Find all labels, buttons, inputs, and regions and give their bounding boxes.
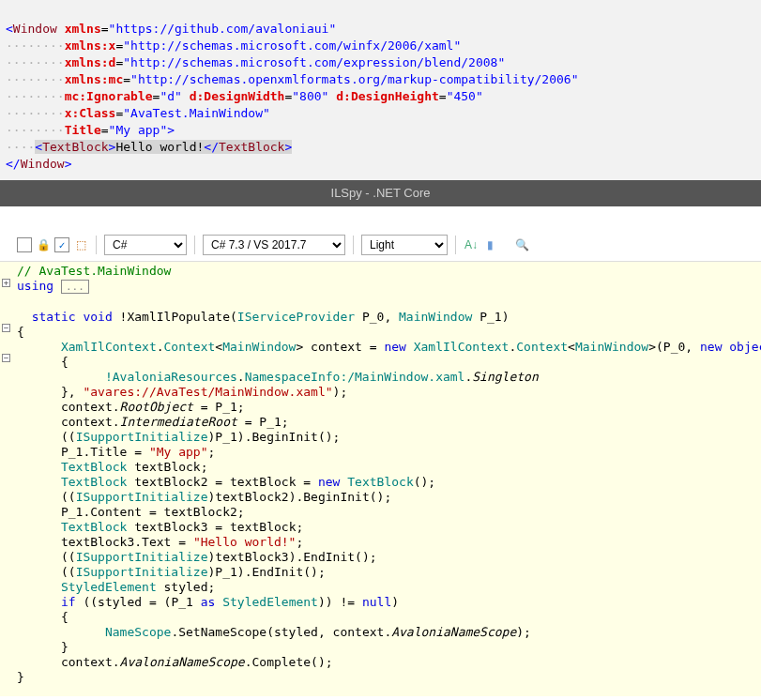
toolbar-checkbox-2[interactable]: ✓ — [54, 237, 69, 252]
attr-xmlns-mc: http://schemas.openxmlformats.org/markup… — [138, 72, 571, 86]
window-title: ILSpy - .NET Core — [331, 186, 431, 200]
attr-design-height: 450 — [453, 89, 475, 103]
method-name: !XamlIlPopulate — [120, 310, 230, 324]
lock-icon[interactable]: 🔒 — [36, 237, 51, 252]
sort-az-icon[interactable]: A↓ — [464, 237, 479, 252]
toolbar: 🔒 ✓ ⬚ C# C# 7.3 / VS 2017.7 Light A↓ ▮ 🔍 — [0, 229, 761, 262]
page-icon[interactable]: ▮ — [482, 237, 497, 252]
tag-window: Window — [13, 22, 57, 36]
fold-method[interactable]: − — [2, 324, 10, 332]
xaml-editor[interactable]: <Window xmlns="https://github.com/avalon… — [0, 0, 761, 180]
code-body: // AvaTest.MainWindow using ... static v… — [0, 262, 761, 685]
fold-initializer[interactable]: − — [2, 354, 10, 362]
attr-xmlns-x: http://schemas.microsoft.com/winfx/2006/… — [130, 38, 453, 53]
language-select[interactable]: C# — [104, 235, 187, 255]
attr-xmlns-d: http://schemas.microsoft.com/expression/… — [130, 55, 497, 69]
attr-design-width: 800 — [299, 89, 321, 103]
theme-select[interactable]: Light — [361, 235, 448, 255]
tag-window-close: Window — [21, 157, 65, 171]
attr-mc-ignorable: d — [167, 89, 175, 103]
fold-using[interactable]: + — [2, 279, 10, 287]
sort-icon[interactable]: ⬚ — [73, 237, 88, 252]
attr-x-class: AvaTest.MainWindow — [130, 106, 263, 120]
toolbar-checkbox-1[interactable] — [17, 237, 32, 252]
tag-textblock: TextBlock — [42, 140, 108, 154]
text-hello-world: Hello world! — [115, 140, 204, 154]
using-collapsed[interactable]: ... — [61, 280, 89, 294]
attr-title: My app — [115, 123, 160, 137]
code-viewer[interactable]: + − − // AvaTest.MainWindow using ... st… — [0, 262, 761, 696]
search-icon[interactable]: 🔍 — [514, 237, 529, 252]
version-select[interactable]: C# 7.3 / VS 2017.7 — [203, 235, 345, 255]
window-titlebar: ILSpy - .NET Core — [0, 180, 761, 206]
comment-header: // AvaTest.MainWindow — [17, 264, 171, 278]
attr-xmlns: https://github.com/avaloniaui — [115, 22, 328, 36]
